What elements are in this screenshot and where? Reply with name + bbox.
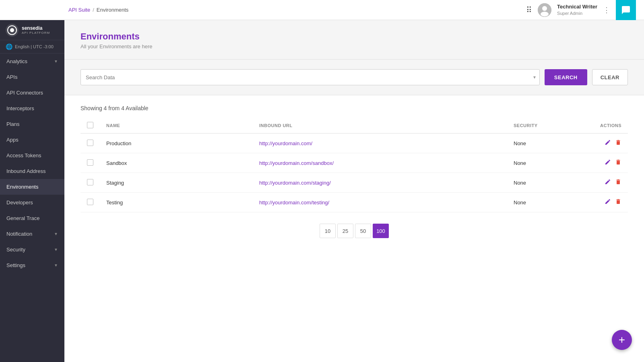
sidebar-item-developers[interactable]: Developers (0, 195, 64, 210)
col-actions: ACTIONS (580, 118, 628, 134)
sidebar-item-access-tokens[interactable]: Access Tokens (0, 148, 64, 163)
edit-icon[interactable] (605, 179, 611, 187)
col-check (80, 118, 100, 134)
row-actions (580, 193, 628, 212)
sidebar-item-api-connectors[interactable]: API Connectors (0, 85, 64, 101)
sidebar-item-security[interactable]: Security ▼ (0, 242, 64, 257)
pagination-button-25[interactable]: 25 (337, 224, 353, 238)
search-input-wrap: ▾ (80, 69, 540, 85)
svg-point-2 (541, 12, 549, 16)
row-url: http://yourdomain.com/sandbox/ (253, 153, 507, 173)
sidebar-item-apis[interactable]: APIs (0, 69, 64, 85)
row-actions (580, 173, 628, 193)
col-security: SECURITY (507, 118, 580, 134)
sidebar-item-general-trace[interactable]: General Trace (0, 210, 64, 226)
row-checkbox[interactable] (87, 140, 93, 146)
select-all-checkbox[interactable] (87, 122, 93, 128)
sidebar-item-settings[interactable]: Settings ▼ (0, 257, 64, 273)
delete-icon[interactable] (615, 159, 621, 167)
row-checkbox-cell (80, 134, 100, 153)
row-name: Staging (100, 173, 253, 193)
add-fab-button[interactable]: + (612, 330, 632, 350)
sidebar-item-plans[interactable]: Plans (0, 116, 64, 132)
pagination-button-50[interactable]: 50 (355, 224, 371, 238)
svg-point-1 (542, 6, 547, 11)
clear-button[interactable]: CLEAR (592, 69, 628, 85)
table-row: Testing http://yourdomain.com/testing/ N… (80, 193, 628, 212)
breadcrumb-separator: / (93, 7, 94, 13)
pagination: 102550100 (80, 224, 628, 238)
grid-icon[interactable]: ⠿ (526, 5, 532, 15)
avatar (538, 3, 551, 17)
content-area: Environments All your Environments are h… (64, 20, 644, 362)
topbar: API Suite / Environments ⠿ Technical Wri… (0, 0, 644, 20)
locale-bar[interactable]: 🌐 English | UTC -3:00 (0, 40, 64, 53)
table-row: Staging http://yourdomain.com/staging/ N… (80, 173, 628, 193)
chevron-down-icon: ▼ (54, 232, 58, 236)
chat-button[interactable] (616, 0, 636, 20)
chevron-down-icon: ▼ (54, 263, 58, 267)
search-input[interactable] (80, 69, 540, 85)
row-checkbox[interactable] (87, 159, 93, 166)
more-options-icon[interactable]: ⋮ (603, 6, 610, 14)
table-row: Sandbox http://yourdomain.com/sandbox/ N… (80, 153, 628, 173)
user-name: Technical Writer (557, 4, 597, 10)
sidebar-item-analytics[interactable]: Analytics ▼ (0, 53, 64, 69)
row-name: Testing (100, 193, 253, 212)
row-checkbox-cell (80, 153, 100, 173)
row-checkbox[interactable] (87, 179, 93, 185)
search-section: ▾ SEARCH CLEAR (64, 60, 644, 95)
row-security: None (507, 173, 580, 193)
locale-text: English | UTC -3:00 (15, 44, 54, 49)
sidebar-item-environments[interactable]: Environments (0, 179, 64, 195)
svg-point-5 (10, 28, 14, 32)
page-title: Environments (80, 31, 628, 42)
pagination-button-10[interactable]: 10 (320, 224, 336, 238)
page-header: Environments All your Environments are h… (64, 20, 644, 60)
row-actions (580, 134, 628, 153)
search-button[interactable]: SEARCH (545, 69, 587, 85)
logo-sub: API PLATFORM (22, 31, 50, 35)
chevron-down-icon: ▼ (54, 247, 58, 252)
breadcrumb-parent[interactable]: API Suite (68, 7, 90, 13)
result-count: Showing 4 from 4 Available (80, 105, 628, 111)
chevron-down-icon: ▼ (54, 59, 58, 64)
pagination-button-100[interactable]: 100 (373, 224, 389, 238)
breadcrumb-current: Environments (97, 7, 128, 13)
row-security: None (507, 193, 580, 212)
sidebar-item-notification[interactable]: Notification ▼ (0, 226, 64, 242)
row-checkbox-cell (80, 193, 100, 212)
sidebar-item-inbound-address[interactable]: Inbound Address (0, 163, 64, 179)
delete-icon[interactable] (615, 198, 621, 206)
edit-icon[interactable] (605, 198, 611, 206)
row-security: None (507, 153, 580, 173)
row-name: Production (100, 134, 253, 153)
edit-icon[interactable] (605, 139, 611, 147)
row-security: None (507, 134, 580, 153)
table-section: Showing 4 from 4 Available NAME INBOUND … (64, 95, 644, 362)
sidebar: sensedia API PLATFORM 🌐 English | UTC -3… (0, 20, 64, 362)
dropdown-arrow-icon[interactable]: ▾ (533, 74, 536, 80)
row-checkbox-cell (80, 173, 100, 193)
breadcrumb: API Suite / Environments (0, 7, 128, 13)
page-subtitle: All your Environments are here (80, 43, 628, 49)
row-url: http://yourdomain.com/testing/ (253, 193, 507, 212)
row-checkbox[interactable] (87, 199, 93, 205)
table-row: Production http://yourdomain.com/ None (80, 134, 628, 153)
row-url: http://yourdomain.com/ (253, 134, 507, 153)
user-role: Super Admin (557, 10, 597, 16)
delete-icon[interactable] (615, 179, 621, 187)
row-actions (580, 153, 628, 173)
sidebar-item-apps[interactable]: Apps (0, 132, 64, 148)
sidebar-logo: sensedia API PLATFORM (0, 20, 64, 40)
col-name: NAME (100, 118, 253, 134)
globe-icon: 🌐 (6, 43, 12, 50)
delete-icon[interactable] (615, 139, 621, 147)
sidebar-item-interceptors[interactable]: Interceptors (0, 101, 64, 116)
environments-table: NAME INBOUND URL SECURITY ACTIONS Produc… (80, 118, 628, 212)
row-name: Sandbox (100, 153, 253, 173)
edit-icon[interactable] (605, 159, 611, 167)
row-url: http://yourdomain.com/staging/ (253, 173, 507, 193)
user-info: Technical Writer Super Admin (557, 4, 597, 16)
topbar-right: ⠿ Technical Writer Super Admin ⋮ (526, 0, 636, 20)
